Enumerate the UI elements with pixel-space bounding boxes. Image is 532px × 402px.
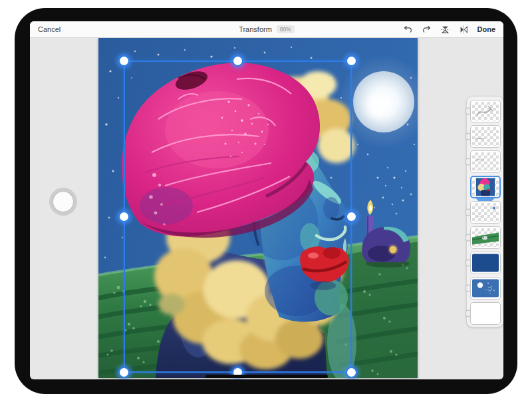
transform-selection-box[interactable] <box>124 61 352 373</box>
ipad-frame: Cancel Transform 80% <box>15 8 517 394</box>
layer-thumbnail-6[interactable] <box>470 226 501 249</box>
layer-thumbnail-3[interactable] <box>470 150 501 173</box>
toolbar-actions: Done <box>403 25 496 35</box>
toolbar-title-group: Transform 80% <box>239 21 295 37</box>
canvas[interactable] <box>98 38 418 378</box>
redo-button[interactable] <box>422 25 432 35</box>
layer-thumbnail-8[interactable] <box>470 277 501 300</box>
transform-handle-middle-left[interactable] <box>118 211 130 222</box>
layer-thumbnail-4-selected[interactable] <box>470 176 501 198</box>
transform-handle-bottom-left[interactable] <box>118 367 130 378</box>
touch-shortcut-button[interactable] <box>49 188 77 216</box>
flip-horizontal-button[interactable] <box>459 25 469 35</box>
undo-button[interactable] <box>403 25 413 35</box>
flip-horizontal-icon <box>459 25 469 35</box>
workspace <box>30 38 503 379</box>
layer-thumbnail-2[interactable] <box>470 125 501 148</box>
layer-thumbnail-1[interactable] <box>470 100 501 122</box>
done-button[interactable]: Done <box>477 26 496 33</box>
redo-icon <box>422 25 432 35</box>
layer-thumbnail-9[interactable] <box>470 302 501 325</box>
transform-handle-top-right[interactable] <box>346 55 357 67</box>
zoom-badge: 80% <box>277 25 295 34</box>
cancel-button[interactable]: Cancel <box>38 26 61 33</box>
flip-vertical-icon <box>440 25 450 35</box>
toolbar: Cancel Transform 80% <box>30 21 503 38</box>
layers-panel <box>466 96 503 327</box>
transform-handle-bottom-right[interactable] <box>346 367 357 378</box>
layer-thumbnail-7[interactable] <box>470 252 501 274</box>
transform-handle-middle-right[interactable] <box>346 211 357 222</box>
home-indicator[interactable] <box>205 375 328 378</box>
undo-icon <box>403 25 413 35</box>
transform-handle-top-left[interactable] <box>118 55 130 67</box>
tool-title: Transform <box>239 25 272 33</box>
flip-vertical-button[interactable] <box>440 25 450 35</box>
page: Cancel Transform 80% <box>0 0 532 402</box>
transform-handle-top-middle[interactable] <box>232 55 243 67</box>
layer-thumbnail-5[interactable] <box>470 201 501 224</box>
touch-shortcut-inner-circle <box>53 192 73 212</box>
app-screen: Cancel Transform 80% <box>30 21 503 379</box>
